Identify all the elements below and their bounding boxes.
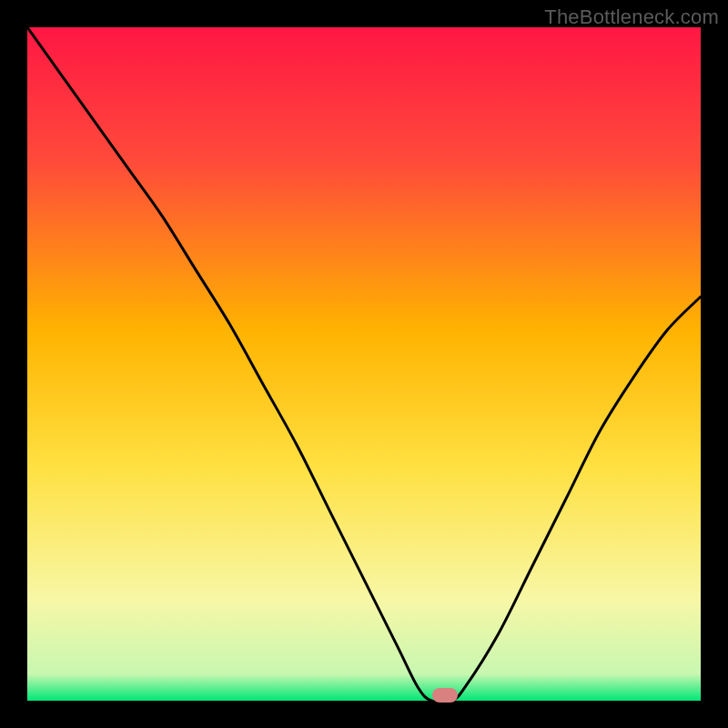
gradient-rect [27, 27, 701, 701]
bottleneck-chart [27, 27, 701, 701]
chart-frame: TheBottleneck.com [0, 0, 728, 728]
optimal-marker [432, 688, 458, 703]
watermark-text: TheBottleneck.com [544, 5, 719, 29]
